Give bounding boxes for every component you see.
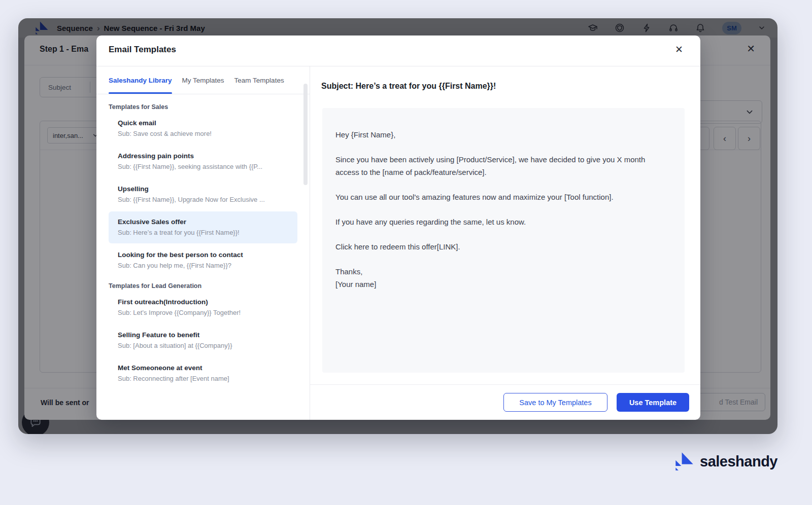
template-item-subject: Sub: Let's Improve {{Company}} Together! <box>118 307 288 318</box>
template-section-header: Templates for Lead Generation <box>109 282 297 290</box>
email-body-paragraph: Thanks, [Your name] <box>335 265 663 291</box>
preview-subject: Subject: Here’s a treat for you {{First … <box>321 82 496 91</box>
template-item-subject: Sub: Here’s a treat for you {{First Name… <box>118 227 288 238</box>
email-body-paragraph: Click here to redeem this offer[LINK]. <box>335 240 663 253</box>
template-item-met-someoneone-at-event[interactable]: Met Someoneone at eventSub: Reconnecting… <box>109 357 297 389</box>
template-item-selling-feature-to-benefit[interactable]: Selling Feature to benefitSub: [About a … <box>109 324 297 356</box>
email-body-paragraph: If you have any queries regarding the sa… <box>335 215 663 228</box>
template-item-subject: Sub: {{First Name}}, Upgrade Now for Exc… <box>118 194 288 205</box>
email-templates-modal: Email Templates ✕ Saleshandy LibraryMy T… <box>96 35 700 420</box>
app-window: Sequence › New Sequence - Fri 3rd May SM <box>18 18 777 434</box>
template-item-title: Upselling <box>118 184 288 194</box>
divider <box>310 384 700 385</box>
template-item-title: Exclusive Sales offer <box>118 217 288 227</box>
template-item-title: Selling Feature to benefit <box>118 330 288 340</box>
template-item-subject: Sub: {{First Name}}, seeking assistance … <box>118 161 288 172</box>
list-scrollbar[interactable] <box>303 84 308 185</box>
saleshandy-logo-icon <box>674 451 694 472</box>
email-body: Hey {First Name},Since you have been act… <box>322 108 685 373</box>
template-item-title: Quick email <box>118 118 288 128</box>
template-item-subject: Sub: Save cost & achieve more! <box>118 128 288 139</box>
tab-my-templates[interactable]: My Templates <box>182 66 224 94</box>
template-item-title: Addressing pain points <box>118 151 288 161</box>
template-item-exclusive-sales-offer[interactable]: Exclusive Sales offerSub: Here’s a treat… <box>109 211 297 243</box>
template-item-subject: Sub: [About a situation] at {{Company}} <box>118 340 288 351</box>
email-body-paragraph: You can use all our tool's amazing featu… <box>335 191 663 203</box>
template-preview-pane: Subject: Here’s a treat for you {{First … <box>310 66 700 420</box>
email-body-paragraph: Since you have been actively using [Prod… <box>335 153 663 178</box>
template-item-looking-for-the-best-person-to-contact[interactable]: Looking for the best person to contactSu… <box>109 244 297 276</box>
modal-close-icon[interactable]: ✕ <box>675 44 683 55</box>
modal-title: Email Templates <box>109 45 176 55</box>
tab-team-templates[interactable]: Team Templates <box>234 66 284 94</box>
template-list: Templates for SalesQuick emailSub: Save … <box>96 94 310 389</box>
template-item-addressing-pain-points[interactable]: Addressing pain pointsSub: {{First Name}… <box>109 146 297 177</box>
template-item-subject: Sub: Reconnecting after [Event name] <box>118 373 288 384</box>
save-to-my-templates-button[interactable]: Save to My Templates <box>503 393 607 412</box>
template-tabs: Saleshandy LibraryMy TemplatesTeam Templ… <box>96 66 310 94</box>
template-item-title: First outreach(Introduction) <box>118 297 288 307</box>
email-body-paragraph: Hey {First Name}, <box>335 128 663 141</box>
template-item-quick-email[interactable]: Quick emailSub: Save cost & achieve more… <box>109 113 297 145</box>
template-item-first-outreach-introduction[interactable]: First outreach(Introduction)Sub: Let's I… <box>109 292 297 323</box>
brand-wordmark: saleshandy <box>700 453 777 470</box>
saleshandy-brand: saleshandy <box>674 451 777 472</box>
template-item-title: Looking for the best person to contact <box>118 249 288 260</box>
template-section-header: Templates for Sales <box>109 103 297 111</box>
tab-saleshandy-library[interactable]: Saleshandy Library <box>109 66 172 94</box>
template-item-upselling[interactable]: UpsellingSub: {{First Name}}, Upgrade No… <box>109 178 297 210</box>
template-item-subject: Sub: Can you help me, {{First Name}}? <box>118 260 288 271</box>
template-item-title: Met Someoneone at event <box>118 363 288 373</box>
template-library-pane: Saleshandy LibraryMy TemplatesTeam Templ… <box>96 66 310 420</box>
use-template-button[interactable]: Use Template <box>617 393 689 412</box>
